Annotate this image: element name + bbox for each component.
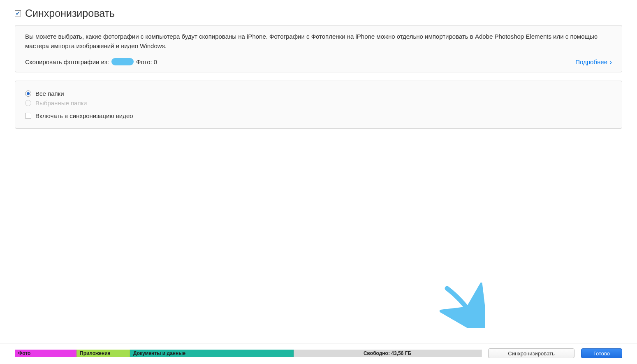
sync-button[interactable]: Синхронизировать (488, 348, 574, 358)
sync-button-label: Синхронизировать (508, 350, 554, 357)
annotation-arrow-icon (440, 283, 485, 328)
storage-segment-apps[interactable]: Приложения (76, 350, 130, 357)
storage-segment-docs-label: Документы и данные (133, 350, 185, 356)
info-description: Вы можете выбрать, какие фотографии с ко… (25, 32, 612, 51)
page-title: Синхронизировать (25, 7, 115, 19)
storage-bar: Фото Приложения Документы и данные Свобо… (15, 350, 482, 357)
done-button[interactable]: Готово (581, 348, 622, 358)
photos-count: Фото: 0 (136, 58, 157, 65)
sync-checkbox[interactable]: ✔ (15, 10, 21, 16)
radio-all-folders[interactable] (25, 90, 31, 97)
options-panel: Все папки Выбранные папки Включать в син… (15, 81, 622, 129)
learn-more-label: Подробнее (575, 58, 607, 65)
radio-all-folders-label: Все папки (35, 90, 64, 97)
storage-segment-photo-label: Фото (18, 350, 30, 356)
include-video-checkbox[interactable] (25, 113, 31, 119)
bottom-bar: Фото Приложения Документы и данные Свобо… (0, 343, 637, 364)
storage-segment-apps-label: Приложения (80, 350, 111, 356)
learn-more-link[interactable]: Подробнее › (575, 58, 612, 65)
copy-from-label: Скопировать фотографии из: (25, 58, 109, 65)
radio-selected-folders-label: Выбранные папки (35, 100, 87, 107)
storage-free-label: Свободно: 43,56 ГБ (364, 350, 411, 356)
chevron-right-icon: › (610, 58, 612, 65)
storage-segment-photo[interactable]: Фото (15, 350, 76, 357)
info-panel: Вы можете выбрать, какие фотографии с ко… (15, 25, 622, 72)
storage-segment-free: Свободно: 43,56 ГБ (294, 350, 482, 357)
redacted-source (111, 58, 134, 65)
done-button-label: Готово (593, 350, 610, 357)
include-video-label: Включать в синхронизацию видео (35, 112, 133, 119)
storage-segment-docs[interactable]: Документы и данные (130, 350, 294, 357)
radio-selected-folders (25, 100, 31, 106)
